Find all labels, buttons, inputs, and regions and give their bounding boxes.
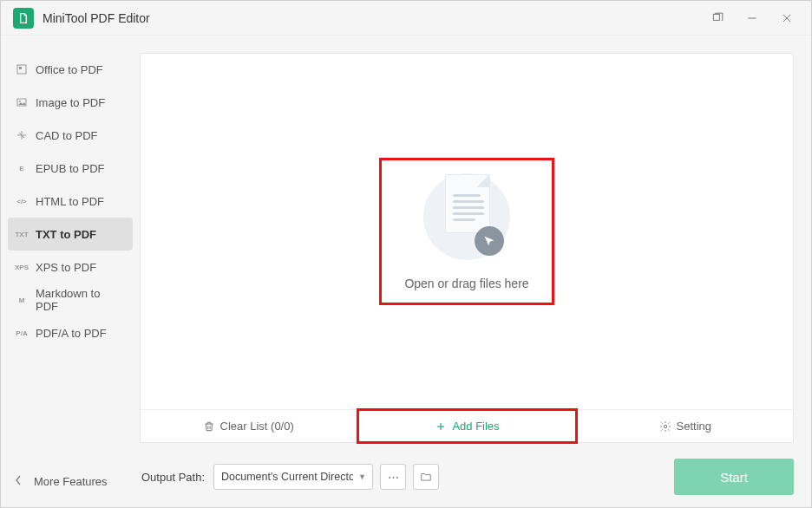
office-icon [15, 63, 29, 75]
txt-icon: TXT [15, 228, 29, 240]
svg-rect-5 [19, 67, 22, 69]
action-row: Clear List (0/0) Add Files Setting [141, 409, 793, 442]
drop-panel: Open or drag files here Clear List (0/0)… [140, 53, 794, 443]
image-icon [15, 96, 29, 108]
sidebar-item-label: XPS to PDF [36, 261, 96, 274]
sidebar-item-markdown[interactable]: M Markdown to PDF [8, 283, 133, 316]
more-features-label: More Features [34, 475, 108, 488]
sidebar-item-label: EPUB to PDF [36, 162, 104, 175]
epub-icon: E [15, 162, 29, 174]
window-action-icon[interactable] [700, 1, 735, 36]
main-area: Office to PDF Image to PDF CAD to PDF E … [1, 36, 811, 507]
sidebar-item-office[interactable]: Office to PDF [8, 53, 133, 86]
sidebar-item-label: Office to PDF [36, 63, 103, 76]
chevron-left-icon [15, 475, 22, 488]
minimize-button[interactable] [735, 1, 769, 36]
drop-zone[interactable]: Open or drag files here [141, 54, 793, 409]
svg-point-7 [19, 101, 21, 102]
trash-icon [203, 420, 215, 433]
start-button[interactable]: Start [674, 459, 794, 495]
svg-point-13 [664, 425, 667, 428]
ellipsis-icon: ⋯ [388, 471, 399, 484]
app-title: MiniTool PDF Editor [43, 11, 700, 25]
svg-rect-0 [713, 14, 719, 20]
sidebar-item-epub[interactable]: E EPUB to PDF [8, 152, 133, 185]
folder-icon [420, 471, 432, 483]
clear-list-button[interactable]: Clear List (0/0) [141, 410, 357, 442]
content: Open or drag files here Clear List (0/0)… [140, 36, 811, 507]
xps-icon: XPS [15, 261, 29, 273]
gear-icon [659, 420, 671, 433]
sidebar-item-label: CAD to PDF [36, 129, 98, 142]
output-path-label: Output Path: [141, 471, 205, 484]
add-files-label: Add Files [452, 420, 499, 433]
sidebar-item-image[interactable]: Image to PDF [8, 86, 133, 119]
output-path-select[interactable]: Document's Current Directory [213, 464, 373, 490]
pdfa-icon: P/A [15, 327, 29, 339]
titlebar: MiniTool PDF Editor [1, 1, 811, 36]
close-button[interactable] [769, 1, 804, 36]
markdown-icon: M [15, 294, 29, 306]
add-files-button[interactable]: Add Files [357, 408, 577, 444]
sidebar-item-txt[interactable]: TXT TXT to PDF [8, 218, 133, 251]
sidebar: Office to PDF Image to PDF CAD to PDF E … [1, 36, 140, 507]
more-path-button[interactable]: ⋯ [380, 464, 406, 490]
sidebar-item-label: Image to PDF [36, 96, 105, 109]
sidebar-item-label: Markdown to PDF [36, 287, 126, 313]
setting-button[interactable]: Setting [578, 410, 793, 442]
sidebar-item-label: TXT to PDF [36, 228, 96, 241]
html-icon: </> [15, 195, 29, 207]
sidebar-item-label: PDF/A to PDF [36, 327, 107, 340]
cursor-icon [475, 226, 504, 256]
setting-label: Setting [677, 420, 711, 433]
sidebar-item-label: HTML to PDF [36, 195, 104, 208]
sidebar-item-html[interactable]: </> HTML to PDF [8, 185, 133, 218]
more-features-button[interactable]: More Features [8, 464, 133, 498]
sidebar-list: Office to PDF Image to PDF CAD to PDF E … [8, 53, 133, 464]
open-folder-button[interactable] [413, 464, 439, 490]
sidebar-item-pdfa[interactable]: P/A PDF/A to PDF [8, 316, 133, 349]
sidebar-item-xps[interactable]: XPS XPS to PDF [8, 251, 133, 283]
drop-label: Open or drag files here [404, 277, 528, 290]
output-row: Output Path: Document's Current Director… [140, 443, 794, 495]
plus-icon [435, 420, 447, 433]
cad-icon [15, 129, 29, 141]
drop-highlight: Open or drag files here [379, 158, 553, 305]
app-logo-icon [13, 8, 34, 29]
drop-file-icon [419, 169, 514, 264]
sidebar-item-cad[interactable]: CAD to PDF [8, 119, 133, 152]
clear-list-label: Clear List (0/0) [220, 420, 294, 433]
